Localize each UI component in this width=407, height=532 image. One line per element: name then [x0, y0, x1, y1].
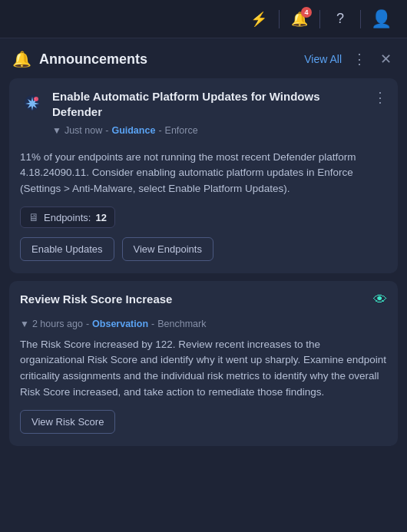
card-2-title: Review Risk Score Increase — [20, 292, 373, 307]
card-2-body: The Risk Score increased by 122. Review … — [20, 337, 387, 401]
nav-divider — [279, 10, 280, 28]
bolt-icon[interactable]: ⚡ — [245, 5, 273, 33]
card-1-actions: Enable Updates View Endpoints — [20, 237, 387, 261]
card-1-body: 11% of your endpoints are not running th… — [20, 150, 387, 198]
card-2-type: Benchmark — [157, 319, 206, 329]
panel-header: 🔔 Announcements View All ⋮ ✕ — [0, 38, 407, 78]
card-1-dots-icon[interactable]: ⋮ — [373, 89, 387, 106]
card-2-arrow: ▼ — [20, 319, 29, 329]
close-button[interactable]: ✕ — [377, 49, 395, 69]
card-1-sep2: - — [158, 125, 161, 136]
notification-icon-wrap[interactable]: 🔔 4 — [286, 5, 313, 33]
enable-updates-button[interactable]: Enable Updates — [20, 237, 114, 261]
card-2-meta: ▼ 2 hours ago - Observation - Benchmark — [20, 319, 387, 329]
endpoints-count: 12 — [95, 212, 106, 223]
card-1-content: Enable Automatic Platform Updates for Wi… — [52, 89, 366, 144]
card-2-sep1: - — [86, 319, 89, 329]
endpoints-label: Endpoints: — [44, 212, 91, 223]
nav-divider-2 — [319, 10, 320, 28]
card-2-tag: Observation — [92, 319, 148, 329]
card-1-type: Enforce — [165, 125, 198, 136]
card-1-title: Enable Automatic Platform Updates for Wi… — [52, 89, 366, 121]
card-2-time: 2 hours ago — [32, 319, 83, 329]
top-nav: ⚡ 🔔 4 ? 👤 — [0, 0, 407, 38]
card-2-actions: View Risk Score — [20, 410, 387, 434]
nav-divider-3 — [360, 10, 361, 28]
card-2-header-row: Review Risk Score Increase 👁 — [20, 292, 387, 312]
view-all-link[interactable]: View All — [304, 53, 342, 65]
announcement-card-2: Review Risk Score Increase 👁 ▼ 2 hours a… — [9, 281, 398, 446]
card-1-sep1: - — [105, 125, 108, 136]
card-1-header: Enable Automatic Platform Updates for Wi… — [20, 89, 387, 144]
card-1-meta: ▼ Just now - Guidance - Enforce — [52, 125, 366, 136]
announcements-list: Enable Automatic Platform Updates for Wi… — [0, 78, 407, 532]
card-1-icon — [20, 91, 45, 115]
card-2-sep2: - — [151, 319, 154, 329]
panel-bell-icon: 🔔 — [12, 50, 31, 68]
card-1-time: Just now — [65, 125, 102, 136]
header-dots-icon[interactable]: ⋮ — [349, 49, 369, 69]
svg-point-1 — [34, 97, 38, 101]
panel-header-left: 🔔 Announcements — [12, 50, 298, 68]
announcements-panel: 🔔 Announcements View All ⋮ ✕ — [0, 38, 407, 532]
user-icon[interactable]: 👤 — [367, 5, 395, 33]
panel-header-right: View All ⋮ ✕ — [304, 49, 395, 69]
card-1-arrow: ▼ — [52, 125, 61, 136]
notification-badge: 4 — [301, 7, 312, 18]
card-1-tag: Guidance — [111, 125, 155, 136]
view-risk-score-button[interactable]: View Risk Score — [20, 410, 115, 434]
endpoints-badge: 🖥 Endpoints: 12 — [20, 207, 115, 228]
panel-title: Announcements — [39, 51, 147, 68]
eye-icon[interactable]: 👁 — [373, 292, 387, 308]
view-endpoints-button[interactable]: View Endpoints — [122, 237, 213, 261]
help-icon[interactable]: ? — [326, 5, 354, 33]
announcement-card-1: Enable Automatic Platform Updates for Wi… — [9, 78, 398, 273]
endpoints-badge-icon: 🖥 — [28, 211, 39, 223]
